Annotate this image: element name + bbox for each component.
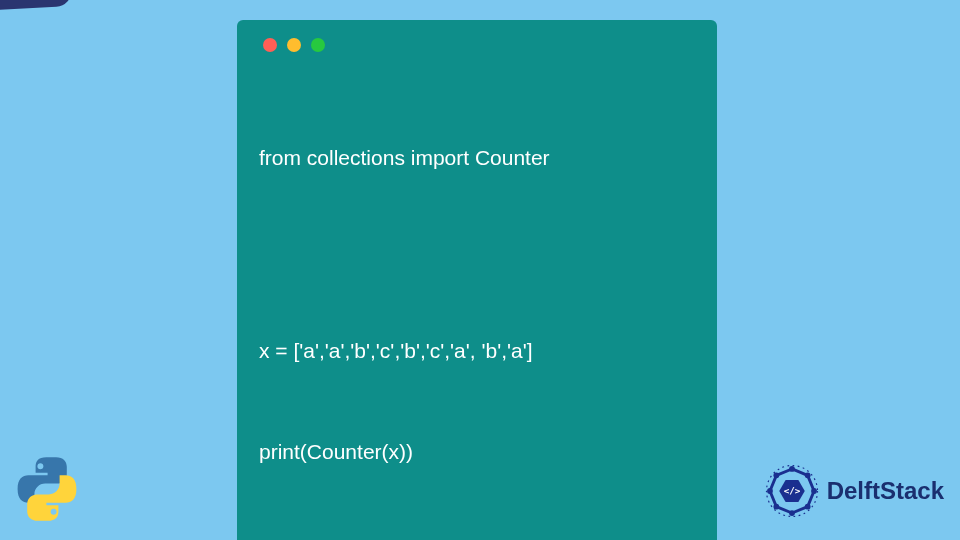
svg-point-6 (789, 510, 795, 516)
code-line-1: from collections import Counter (259, 141, 695, 175)
code-blank-line (259, 242, 695, 267)
top-accent-decoration (0, 0, 72, 10)
code-window: from collections import Counter x = ['a'… (237, 20, 717, 540)
svg-text:</>: </> (783, 485, 800, 496)
code-line-3: print(Counter(x)) (259, 435, 695, 469)
svg-point-8 (767, 488, 773, 494)
svg-point-9 (773, 472, 779, 478)
svg-point-7 (773, 504, 779, 510)
code-block: from collections import Counter x = ['a'… (259, 74, 695, 536)
svg-point-3 (804, 472, 810, 478)
delftstack-brand-text: DelftStack (827, 477, 944, 505)
svg-point-4 (811, 488, 817, 494)
delftstack-badge-icon: </> (763, 462, 821, 520)
minimize-icon (287, 38, 301, 52)
close-icon (263, 38, 277, 52)
code-line-2: x = ['a','a','b','c','b','c','a', 'b','a… (259, 334, 695, 368)
maximize-icon (311, 38, 325, 52)
svg-point-5 (804, 504, 810, 510)
delftstack-logo: </> DelftStack (763, 462, 944, 520)
svg-point-2 (789, 466, 795, 472)
window-controls (263, 38, 695, 52)
python-logo-icon (14, 456, 80, 526)
